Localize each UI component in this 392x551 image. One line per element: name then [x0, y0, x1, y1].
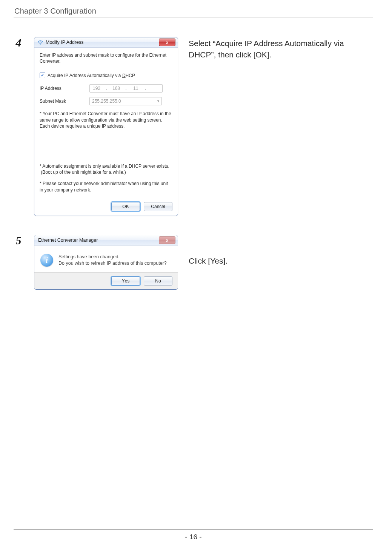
- button-label-part: es: [125, 278, 130, 284]
- page-footer: - 16 -: [14, 529, 373, 541]
- ip-address-input[interactable]: 192 . 168 . 11 .: [89, 84, 163, 93]
- button-label-part: o: [158, 278, 161, 284]
- dialog-button-row: OK Cancel: [40, 200, 172, 211]
- wifi-icon: [37, 39, 43, 45]
- label-part: Acquire IP Address Automatically via: [48, 73, 122, 78]
- cancel-button[interactable]: Cancel: [144, 202, 172, 211]
- label-part: HCP: [126, 73, 135, 78]
- step-number-4: 4: [14, 37, 23, 48]
- checkbox-icon[interactable]: ✓: [40, 73, 45, 78]
- close-button[interactable]: x: [159, 39, 175, 46]
- no-button[interactable]: No: [144, 276, 172, 286]
- step-5-instruction: Click [Yes].: [189, 255, 373, 267]
- message-line-2: Do you wish to refresh IP address of thi…: [58, 260, 167, 267]
- info-icon: i: [40, 254, 53, 267]
- step-5-row: 5 Ethernet Converter Manager x i Setting…: [14, 235, 373, 290]
- dialog-title: Ethernet Converter Manager: [38, 238, 159, 243]
- dialog-titlebar: Modify IP Address x: [34, 37, 178, 48]
- dhcp-checkbox-row[interactable]: ✓ Acquire IP Address Automatically via D…: [40, 73, 172, 78]
- note-2-line-1: * Automatic assignment is only available…: [40, 163, 172, 169]
- dialog-note-2: * Automatic assignment is only available…: [40, 163, 172, 175]
- ip-dot: .: [141, 86, 150, 91]
- modify-ip-dialog: Modify IP Address x Enter IP address and…: [34, 37, 178, 216]
- dialog-intro-text: Enter IP address and subnet mask to conf…: [40, 52, 172, 64]
- subnet-mask-label: Subnet Mask: [40, 99, 89, 104]
- dialog-body: Enter IP address and subnet mask to conf…: [34, 48, 178, 216]
- step-4-row: 4 Modify IP Address x Enter IP address a…: [14, 37, 373, 216]
- ip-address-row: IP Address 192 . 168 . 11 .: [40, 84, 172, 93]
- dialog-button-row: Yes No: [34, 272, 178, 289]
- subnet-mask-row: Subnet Mask 255.255.255.0 ▼: [40, 97, 172, 105]
- button-accelerator: Y: [122, 278, 125, 284]
- header-rule: [14, 17, 373, 17]
- step-4-instruction: Select “Acquire IP Address Automatically…: [189, 38, 373, 61]
- svg-point-0: [40, 44, 41, 45]
- message-line-1: Settings have been changed.: [58, 254, 167, 261]
- subnet-mask-dropdown[interactable]: 255.255.255.0 ▼: [89, 97, 162, 105]
- ip-octet-3[interactable]: 11: [131, 86, 140, 91]
- ip-octet-2[interactable]: 168: [112, 86, 121, 91]
- dialog-note-3: * Please contact your network administra…: [40, 181, 172, 193]
- ip-dot: .: [121, 86, 131, 91]
- chevron-down-icon: ▼: [157, 99, 160, 103]
- dialog-titlebar: Ethernet Converter Manager x: [34, 235, 178, 245]
- close-button[interactable]: x: [159, 236, 175, 244]
- dialog-title: Modify IP Address: [46, 40, 159, 45]
- chapter-heading: Chapter 3 Configuration: [14, 7, 373, 15]
- step-number-5: 5: [14, 235, 23, 246]
- note-2-line-2: (Boot up of the unit might take for a wh…: [40, 169, 172, 175]
- dialog-note-1: * Your PC and Ethernet Converter must ha…: [40, 111, 172, 129]
- ip-dot: .: [102, 86, 111, 91]
- message-text: Settings have been changed. Do you wish …: [58, 254, 167, 267]
- label-accelerator: D: [122, 73, 126, 78]
- ok-button[interactable]: OK: [111, 202, 140, 211]
- ip-address-label: IP Address: [40, 86, 89, 91]
- dhcp-checkbox-label: Acquire IP Address Automatically via DHC…: [48, 73, 135, 78]
- yes-button[interactable]: Yes: [111, 276, 140, 286]
- ip-octet-1[interactable]: 192: [92, 86, 101, 91]
- page-number: - 16 -: [185, 533, 201, 541]
- confirm-refresh-dialog: Ethernet Converter Manager x i Settings …: [34, 235, 178, 290]
- button-accelerator: N: [155, 278, 158, 284]
- subnet-mask-value: 255.255.255.0: [92, 99, 121, 104]
- message-body: i Settings have been changed. Do you wis…: [34, 245, 178, 272]
